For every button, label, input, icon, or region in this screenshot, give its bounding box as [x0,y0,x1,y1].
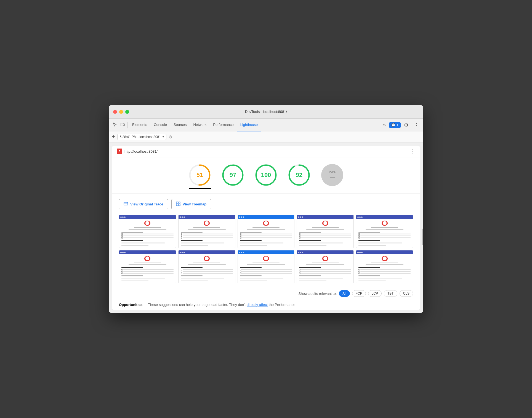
audit-more-button[interactable]: ⋮ [410,148,415,154]
opportunities-section: Opportunities — These suggestions can he… [112,299,420,310]
score-circle-performance: 51 [189,164,211,186]
minimize-button[interactable] [119,110,123,114]
tab-elements[interactable]: Elements [129,119,150,131]
svg-rect-12 [176,202,178,203]
gear-icon: ⚙ [404,122,408,128]
filter-tbt-button[interactable]: TBT [384,290,397,297]
score-circle-seo: 92 [288,164,310,186]
cursor-tool-button[interactable] [111,121,119,129]
tab-lighthouse[interactable]: Lighthouse [237,119,261,131]
more-icon: ⋮ [410,149,415,154]
add-tab-button[interactable]: + [112,134,115,140]
scrollbar-thumb[interactable] [422,229,423,245]
treemap-icon [176,202,180,207]
maximize-button[interactable] [125,110,129,114]
tab-console[interactable]: Console [150,119,170,131]
url-input[interactable]: 5:28:41 PM - localhost:8081 ▾ [117,134,166,140]
opportunities-suffix: the Performance [268,303,295,307]
block-url-button[interactable]: ⊘ [169,134,172,139]
filter-fcp-button[interactable]: FCP [352,290,366,297]
tabs-right: » 💬 1 ⚙ ⋮ [381,121,421,129]
pwa-circle: PWA — [321,164,343,186]
score-performance: 51 [189,164,211,189]
trace-icon [124,202,128,207]
audit-url-bar: A http://localhost:8081/ ⋮ [112,145,420,157]
screenshot-thumb-4 [297,215,354,248]
url-bar: + 5:28:41 PM - localhost:8081 ▾ ⊘ [109,131,423,142]
view-treemap-button[interactable]: View Treemap [171,199,211,209]
view-original-trace-button[interactable]: View Original Trace [119,199,168,209]
tab-performance[interactable]: Performance [210,119,237,131]
screenshot-thumb-3 [238,215,295,248]
title-bar: DevTools - localhost:8081/ [109,105,423,119]
directly-affect-link[interactable]: directly affect [247,303,268,307]
window-title: DevTools - localhost:8081/ [245,110,287,114]
screenshot-thumb-7 [178,250,235,283]
opportunities-description: — These suggestions can help your page l… [142,303,247,307]
block-icon: ⊘ [169,134,172,139]
screenshot-thumb-8 [238,250,295,283]
main-panel: A http://localhost:8081/ ⋮ 51 [109,145,423,310]
screenshots-grid [112,215,420,288]
score-circle-best-practices: 100 [255,164,277,186]
device-toggle-button[interactable] [119,121,126,129]
svg-rect-13 [179,202,180,203]
svg-rect-15 [179,204,180,206]
filter-lcp-button[interactable]: LCP [368,290,382,297]
svg-rect-1 [123,124,124,126]
score-seo: 92 [288,164,310,189]
screenshot-thumb-9 [297,250,354,283]
score-best-practices: 100 [255,164,277,189]
devtools-tabs: Elements Console Sources Network Perform… [109,119,423,131]
screenshot-thumb-1 [119,215,176,248]
lighthouse-panel: A http://localhost:8081/ ⋮ 51 [112,145,420,310]
more-dots-icon: ⋮ [414,122,419,128]
scrollbar-track[interactable] [421,145,423,310]
score-underline [189,188,211,189]
filter-all-button[interactable]: All [339,290,350,297]
settings-button[interactable]: ⚙ [402,121,411,129]
kebab-menu-button[interactable]: ⋮ [412,121,421,129]
chat-icon: 💬 [391,123,395,127]
screenshot-thumb-2 [178,215,235,248]
more-tabs-button[interactable]: » [381,121,388,129]
scores-row: 51 97 [112,157,420,194]
score-circle-accessibility: 97 [222,164,244,186]
svg-rect-0 [121,123,123,126]
filter-cls-button[interactable]: CLS [400,290,413,297]
svg-rect-14 [176,204,178,206]
tab-separator [127,122,128,128]
screenshot-thumb-5 [356,215,413,248]
screenshot-thumb-6 [119,250,176,283]
tab-sources[interactable]: Sources [170,119,190,131]
screenshot-thumb-10 [356,250,413,283]
window-controls [113,110,129,114]
site-favicon: A [117,149,122,154]
notifications-button[interactable]: 💬 1 [389,122,401,128]
audit-filters: Show audits relevant to: All FCP LCP TBT… [112,288,420,299]
audit-url-text: http://localhost:8081/ [124,149,408,154]
action-buttons: View Original Trace View Treemap [112,194,420,215]
score-accessibility: 97 [222,164,244,189]
score-pwa: PWA — [321,164,343,189]
close-button[interactable] [113,110,117,114]
svg-rect-10 [124,202,128,205]
url-value: 5:28:41 PM - localhost:8081 [120,135,161,139]
opportunities-heading: Opportunities [119,303,142,307]
tab-network[interactable]: Network [190,119,210,131]
filter-label: Show audits relevant to: [299,292,337,296]
dropdown-icon[interactable]: ▾ [163,135,164,138]
